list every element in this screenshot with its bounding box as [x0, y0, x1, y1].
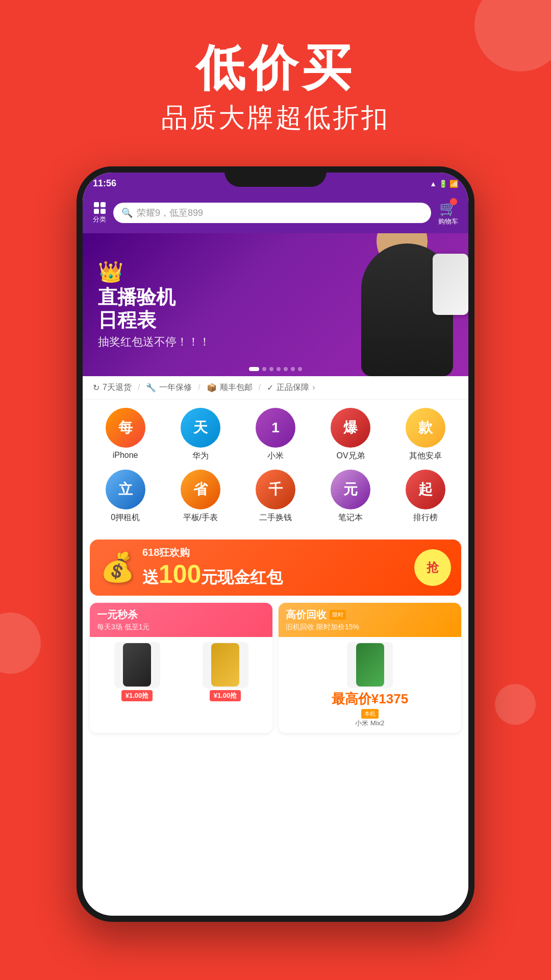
dot-4: [277, 367, 281, 371]
recycle-title: 高价回收: [286, 608, 327, 622]
recycle-model-name: 小米 Mix2: [355, 719, 384, 728]
ranking-label: 排行榜: [413, 512, 438, 523]
huawei-icon: 天: [181, 408, 220, 448]
tablet-label: 平板/手表: [183, 512, 218, 523]
grid-icon: [94, 202, 106, 214]
category-ov[interactable]: 爆 OV兄弟: [317, 408, 384, 461]
search-icon: 🔍: [121, 207, 133, 218]
benefit-shipping: 顺丰包邮: [220, 382, 253, 393]
secondhand-label: 二手换钱: [259, 512, 292, 523]
other-android-icon: 款: [406, 408, 445, 448]
promo-grab-button[interactable]: 抢: [414, 549, 451, 586]
coin-pile-icon: 💰: [100, 551, 135, 584]
dot-1: [249, 367, 259, 371]
phone-screen: 11:56 ▲ 🔋 📶 分类 🔍 荣耀9，低至899 🛒: [83, 173, 468, 916]
shipping-icon: 📦: [207, 383, 217, 393]
benefit-warranty: 一年保修: [159, 382, 192, 393]
flash-sale-card[interactable]: 一元秒杀 每天3场 低至1元 ¥1.00抢: [90, 603, 272, 733]
promo-text-block: 618狂欢购 送100元现金红包: [142, 546, 283, 589]
flash-sale-body: ¥1.00抢 ¥1.00抢: [90, 637, 272, 706]
xiaomi-label: 小米: [267, 451, 284, 461]
amount-number: 100: [159, 560, 201, 589]
category-xiaomi[interactable]: 1 小米: [242, 408, 309, 461]
recycle-card[interactable]: 高价回收 限时 旧机回收 限时加价15% 最高价¥1375: [279, 603, 461, 733]
dot-7: [298, 367, 302, 371]
crown-icon: 👑: [98, 260, 210, 284]
category-rental[interactable]: 立 0押租机: [91, 470, 159, 523]
other-android-label: 其他安卓: [409, 451, 442, 461]
xiaomi-icon: 1: [256, 408, 295, 448]
phone-wrapper: 11:56 ▲ 🔋 📶 分类 🔍 荣耀9，低至899 🛒: [0, 166, 551, 922]
618-promo-banner[interactable]: 💰 618狂欢购 送100元现金红包 抢: [90, 540, 461, 596]
category-laptop[interactable]: 元 笔记本: [317, 470, 384, 523]
bg-decoration-3: [495, 684, 536, 725]
category-grid: 每 iPhone 天 华为 1 小米: [83, 400, 468, 540]
iphone-label: iPhone: [113, 451, 138, 460]
warranty-icon: 🔧: [146, 383, 156, 393]
category-row-1: 每 iPhone 天 华为 1 小米: [88, 408, 463, 461]
recycle-product: 最高价¥1375 本机 小米 Mix2: [284, 642, 456, 728]
header-section: 低价买 品质大牌超低折扣: [0, 0, 551, 156]
ov-icon: 爆: [331, 408, 370, 448]
product-2-image: [203, 642, 248, 688]
limited-badge: 限时: [330, 610, 346, 620]
category-ranking[interactable]: 起 排行榜: [392, 470, 459, 523]
iphone-icon: 每: [106, 408, 145, 448]
category-huawei[interactable]: 天 华为: [167, 408, 234, 461]
ov-label: OV兄弟: [337, 451, 365, 461]
search-bar[interactable]: 🔍 荣耀9，低至899: [113, 203, 431, 223]
product-1-image: [114, 642, 160, 688]
status-time: 11:56: [93, 178, 116, 189]
banner-line1: 直播验机: [98, 286, 210, 309]
phone-notch: [224, 166, 327, 187]
status-icons: ▲ 🔋 📶: [430, 180, 458, 188]
laptop-label: 笔记本: [338, 512, 363, 523]
authentic-icon: ✓: [267, 383, 273, 393]
dot-6: [291, 367, 295, 371]
banner-content: 👑 直播验机 日程表 抽奖红包送不停！！！: [83, 250, 226, 360]
ranking-icon: 起: [406, 470, 445, 509]
category-row-2: 立 0押租机 省 平板/手表 千 二手换钱: [88, 470, 463, 523]
recycle-header: 高价回收 限时 旧机回收 限时加价15%: [279, 603, 461, 637]
category-other-android[interactable]: 款 其他安卓: [392, 408, 459, 461]
recycle-price-row: 最高价¥1375: [332, 690, 408, 708]
promo-amount: 送100元现金红包: [142, 559, 283, 589]
promo-event-title: 618狂欢购: [142, 546, 283, 559]
product-2: ¥1.00抢: [183, 642, 267, 701]
person-body: [361, 243, 453, 376]
rental-icon: 立: [106, 470, 145, 509]
phone-mockup: 11:56 ▲ 🔋 📶 分类 🔍 荣耀9，低至899 🛒: [77, 166, 474, 922]
benefit-return: 7天退货: [103, 382, 132, 393]
flash-sale-title: 一元秒杀: [97, 608, 265, 622]
cart-button[interactable]: 🛒 购物车: [438, 200, 458, 226]
tablet-icon: 省: [181, 470, 220, 509]
flash-sale-desc: 每天3场 低至1元: [97, 623, 265, 632]
promo-banner-main[interactable]: 👑 直播验机 日程表 抽奖红包送不停！！！: [83, 233, 468, 376]
black-phone-thumb: [123, 643, 151, 687]
top-nav: 分类 🔍 荣耀9，低至899 🛒 购物车: [83, 195, 468, 233]
cart-badge: [450, 198, 457, 205]
category-iphone[interactable]: 每 iPhone: [91, 408, 159, 461]
category-secondhand[interactable]: 千 二手换钱: [242, 470, 309, 523]
header-sub-title: 品质大牌超低折扣: [0, 100, 551, 136]
banner-dots: [249, 367, 302, 371]
product-1-price: ¥1.00抢: [121, 690, 153, 701]
dot-5: [284, 367, 288, 371]
promo-left: 💰 618狂欢购 送100元现金红包: [100, 546, 283, 589]
phone-in-hand: [433, 254, 468, 315]
nav-category-button[interactable]: 分类: [93, 202, 106, 224]
bottom-cards-row: 一元秒杀 每天3场 低至1元 ¥1.00抢: [83, 603, 468, 740]
benefit-authentic: 正品保障: [277, 382, 309, 393]
flash-sale-header: 一元秒杀 每天3场 低至1元: [90, 603, 272, 637]
search-placeholder: 荣耀9，低至899: [137, 207, 203, 219]
recycle-badge-row: 本机: [361, 709, 379, 719]
huawei-label: 华为: [192, 451, 209, 461]
category-tablet[interactable]: 省 平板/手表: [167, 470, 234, 523]
refresh-icon: ↻: [93, 383, 99, 393]
banner-person-image: [351, 238, 453, 376]
laptop-icon: 元: [331, 470, 370, 509]
cart-label: 购物车: [438, 217, 458, 226]
recycle-desc: 旧机回收 限时加价15%: [286, 623, 454, 632]
max-recycle-price: 最高价¥1375: [332, 690, 408, 708]
recycle-title-row: 高价回收 限时: [286, 608, 454, 622]
